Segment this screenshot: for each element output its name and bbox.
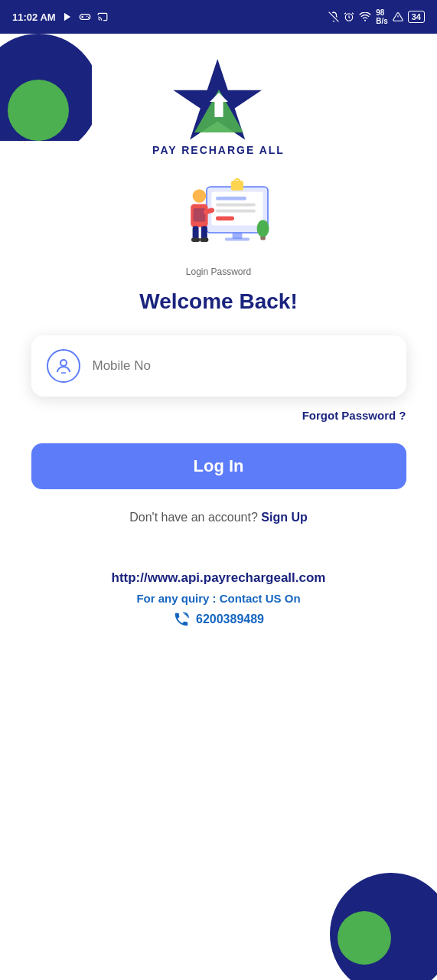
- svg-point-35: [256, 220, 269, 237]
- main-content: PAY RECHARGE ALL: [0, 34, 437, 658]
- circle-green-bottom: [338, 911, 391, 965]
- user-icon-container: [47, 349, 80, 383]
- logo-svg: [158, 57, 280, 141]
- signup-link[interactable]: Sign Up: [261, 511, 307, 524]
- status-bar: 11:02 AM 98B/s 34: [0, 0, 437, 34]
- status-right: 98B/s 34: [328, 8, 425, 25]
- svg-rect-19: [216, 197, 246, 201]
- svg-rect-25: [225, 237, 249, 240]
- svg-rect-29: [192, 226, 198, 240]
- svg-rect-32: [200, 237, 208, 242]
- svg-point-4: [86, 16, 87, 18]
- illustration-caption: Login Password: [186, 266, 251, 277]
- network-speed: 98B/s: [376, 8, 388, 25]
- svg-rect-31: [191, 237, 200, 242]
- forgot-password-row: Forgot Password ?: [31, 409, 406, 422]
- forgot-password-link[interactable]: Forgot Password ?: [302, 409, 406, 422]
- footer-phone-row: 6200389489: [173, 611, 264, 628]
- svg-point-11: [364, 20, 366, 21]
- svg-line-10: [352, 13, 354, 15]
- svg-point-5: [87, 17, 89, 18]
- footer-url[interactable]: http://www.api.payrechargeall.com: [112, 570, 326, 586]
- svg-point-36: [60, 360, 67, 366]
- alarm-icon: [344, 11, 354, 22]
- illustration-svg: [158, 172, 280, 263]
- footer-contact: For any quiry : Contact US On: [136, 592, 300, 605]
- login-button[interactable]: Log In: [31, 443, 406, 489]
- deco-bottom-circles: [330, 873, 437, 980]
- user-icon: [54, 357, 73, 375]
- logo-container: PAY RECHARGE ALL: [152, 57, 285, 156]
- svg-marker-0: [64, 13, 70, 21]
- svg-rect-23: [231, 181, 243, 191]
- time: 11:02 AM: [12, 11, 56, 23]
- wifi-icon: [359, 12, 371, 21]
- gamepad-icon: [79, 12, 91, 21]
- warning-icon: [393, 11, 403, 22]
- mobile-input[interactable]: [93, 358, 391, 374]
- battery-indicator: 34: [408, 11, 425, 23]
- play-icon: [62, 11, 73, 22]
- phone-icon: [173, 611, 190, 628]
- cast-icon: [97, 11, 108, 22]
- svg-point-26: [192, 189, 206, 203]
- svg-rect-20: [216, 204, 256, 207]
- footer: http://www.api.payrechargeall.com For an…: [96, 570, 341, 658]
- status-left: 11:02 AM: [12, 11, 108, 23]
- bell-icon: [328, 11, 339, 22]
- illustration-container: Login Password: [158, 172, 280, 277]
- svg-rect-21: [216, 210, 256, 213]
- svg-rect-22: [216, 216, 234, 220]
- signup-prefix: Don't have an account?: [129, 511, 258, 524]
- svg-rect-30: [201, 226, 207, 240]
- welcome-text: Welcome Back!: [139, 289, 297, 314]
- signup-row: Don't have an account? Sign Up: [129, 511, 308, 524]
- svg-line-9: [344, 13, 346, 15]
- svg-rect-28: [193, 208, 205, 222]
- logo-text: PAY RECHARGE ALL: [152, 144, 285, 156]
- footer-phone[interactable]: 6200389489: [196, 612, 264, 626]
- mobile-input-container: [31, 335, 406, 397]
